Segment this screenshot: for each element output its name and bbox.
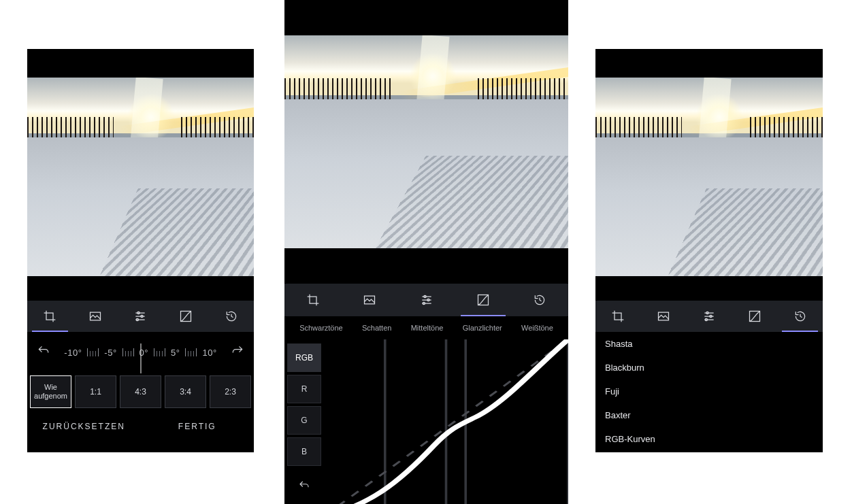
- rotate-left-icon[interactable]: [37, 344, 50, 360]
- letterbox: [284, 248, 568, 284]
- reset-button[interactable]: ZURÜCKSETZEN: [27, 421, 141, 432]
- curve-editor: RGB R G B: [284, 339, 568, 504]
- rotate-right-icon[interactable]: [231, 344, 244, 360]
- rotation-slider[interactable]: -10° -5° 0° 5° 10°: [27, 332, 254, 373]
- history-tab[interactable]: [208, 301, 254, 332]
- sliders-tab[interactable]: [687, 301, 732, 332]
- crop-tab[interactable]: [595, 301, 641, 332]
- phone-presets-screen: Shasta Blackburn Fuji Baxter RGB-Kurven …: [595, 49, 823, 452]
- channel-b-button[interactable]: B: [287, 437, 321, 466]
- edit-toolbar: [27, 301, 254, 332]
- preview-image[interactable]: [595, 78, 823, 276]
- aspect-1-1-button[interactable]: 1:1: [75, 375, 116, 408]
- curves-tab[interactable]: [455, 284, 511, 316]
- crop-tab[interactable]: [284, 284, 341, 316]
- tone-highlights[interactable]: Glanzlichter: [463, 324, 502, 332]
- preset-shasta[interactable]: Shasta: [595, 332, 823, 356]
- channel-r-button[interactable]: R: [287, 375, 321, 403]
- degree-scale[interactable]: -10° -5° 0° 5° 10°: [64, 348, 216, 358]
- sliders-tab[interactable]: [118, 301, 163, 332]
- footer-bar: ZURÜCKSETZEN FERTIG: [27, 411, 254, 442]
- deg-label: 5°: [171, 348, 180, 358]
- image-tab[interactable]: [641, 301, 687, 332]
- edit-toolbar: [284, 284, 568, 316]
- letterbox: [595, 276, 823, 301]
- aspect-ratio-row: Wie aufgenom 1:1 4:3 3:4 2:3: [27, 373, 254, 411]
- undo-curve-icon[interactable]: [287, 474, 321, 497]
- done-button[interactable]: FERTIG: [141, 421, 255, 432]
- preset-as-shot[interactable]: Wie aufgenommen: [595, 451, 823, 452]
- tone-shadows[interactable]: Schatten: [362, 324, 391, 332]
- tone-zone-tabs: Schwarztöne Schatten Mitteltöne Glanzlic…: [284, 316, 568, 339]
- edit-toolbar: [595, 301, 823, 332]
- aspect-4-3-button[interactable]: 4:3: [120, 375, 161, 408]
- center-tick: [140, 343, 141, 373]
- preview-image[interactable]: [284, 35, 568, 248]
- preset-blackburn[interactable]: Blackburn: [595, 356, 823, 380]
- curves-tab[interactable]: [163, 301, 209, 332]
- history-tab[interactable]: [512, 284, 568, 316]
- deg-label: -10°: [64, 348, 82, 358]
- tone-whites[interactable]: Weißtöne: [521, 324, 553, 332]
- preview-image[interactable]: [27, 78, 254, 276]
- deg-label: -5°: [104, 348, 116, 358]
- channel-rgb-button[interactable]: RGB: [287, 343, 321, 372]
- tone-blacks[interactable]: Schwarztöne: [299, 324, 343, 332]
- curve-canvas[interactable]: [324, 339, 568, 504]
- curves-tab[interactable]: [732, 301, 777, 332]
- sliders-tab[interactable]: [398, 284, 455, 316]
- channel-column: RGB R G B: [284, 339, 324, 504]
- aspect-3-4-button[interactable]: 3:4: [165, 375, 206, 408]
- deg-label: 10°: [202, 348, 216, 358]
- phone-crop-screen: -10° -5° 0° 5° 10° Wie aufgenom 1:1 4:3 …: [27, 49, 254, 452]
- preset-fuji[interactable]: Fuji: [595, 380, 823, 403]
- phone-curves-screen: Schwarztöne Schatten Mitteltöne Glanzlic…: [284, 0, 568, 504]
- channel-g-button[interactable]: G: [287, 406, 321, 435]
- aspect-as-shot-button[interactable]: Wie aufgenom: [30, 375, 71, 408]
- history-tab[interactable]: [777, 301, 823, 332]
- preset-rgb-curves[interactable]: RGB-Kurven: [595, 427, 823, 451]
- tone-midtones[interactable]: Mitteltöne: [411, 324, 444, 332]
- preset-list: Shasta Blackburn Fuji Baxter RGB-Kurven …: [595, 332, 823, 452]
- image-tab[interactable]: [73, 301, 118, 332]
- letterbox: [27, 276, 254, 301]
- aspect-2-3-button[interactable]: 2:3: [210, 375, 251, 408]
- crop-tab[interactable]: [27, 301, 73, 332]
- image-tab[interactable]: [341, 284, 397, 316]
- preset-baxter[interactable]: Baxter: [595, 403, 823, 427]
